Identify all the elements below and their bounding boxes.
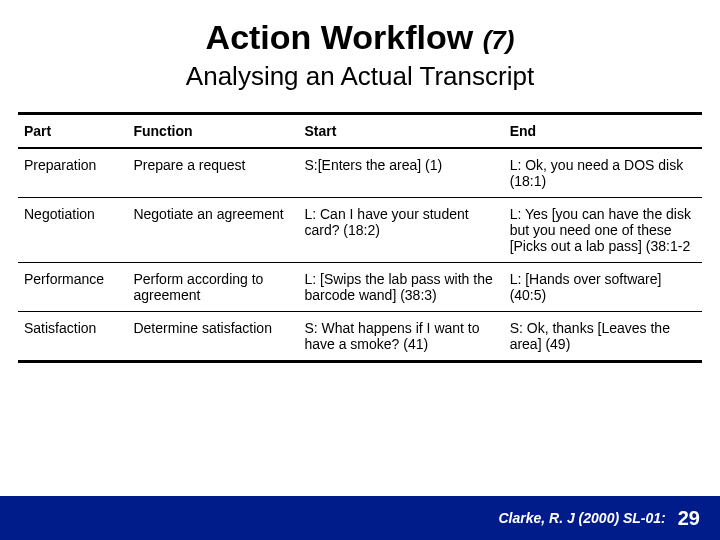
cell-part: Performance: [18, 263, 127, 312]
table-row: Performance Perform according to agreeme…: [18, 263, 702, 312]
col-func: Function: [127, 115, 298, 148]
cell-func: Determine satisfaction: [127, 312, 298, 361]
cell-part: Preparation: [18, 148, 127, 198]
table-row: Preparation Prepare a request S:[Enters …: [18, 148, 702, 198]
cell-func: Prepare a request: [127, 148, 298, 198]
cell-end: L: Ok, you need a DOS disk (18:1): [504, 148, 702, 198]
title-number: (7): [483, 25, 515, 55]
cell-part: Satisfaction: [18, 312, 127, 361]
cell-func: Negotiate an agreement: [127, 198, 298, 263]
table-row: Satisfaction Determine satisfaction S: W…: [18, 312, 702, 361]
cell-end: L: [Hands over software] (40:5): [504, 263, 702, 312]
footer-citation: Clarke, R. J (2000) SL-01:: [498, 510, 665, 526]
slide-subtitle: Analysing an Actual Transcript: [0, 61, 720, 92]
cell-start: L: Can I have your student card? (18:2): [298, 198, 503, 263]
col-part: Part: [18, 115, 127, 148]
cell-start: S:[Enters the area] (1): [298, 148, 503, 198]
title-main: Action Workflow: [206, 18, 474, 56]
cell-end: S: Ok, thanks [Leaves the area] (49): [504, 312, 702, 361]
table-header-row: Part Function Start End: [18, 115, 702, 148]
cell-start: S: What happens if I want to have a smok…: [298, 312, 503, 361]
col-start: Start: [298, 115, 503, 148]
slide-footer: Clarke, R. J (2000) SL-01: 29: [0, 496, 720, 540]
table-row: Negotiation Negotiate an agreement L: Ca…: [18, 198, 702, 263]
cell-part: Negotiation: [18, 198, 127, 263]
page-number: 29: [678, 507, 700, 530]
slide-title: Action Workflow (7): [0, 18, 720, 57]
workflow-table: Part Function Start End Preparation Prep…: [18, 112, 702, 363]
cell-start: L: [Swips the lab pass with the barcode …: [298, 263, 503, 312]
cell-end: L: Yes [you can have the disk but you ne…: [504, 198, 702, 263]
cell-func: Perform according to agreement: [127, 263, 298, 312]
col-end: End: [504, 115, 702, 148]
